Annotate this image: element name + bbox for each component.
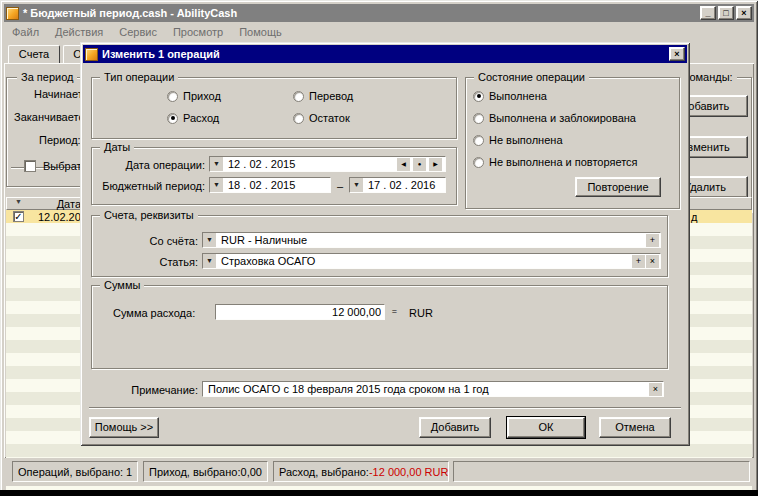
- operation-state-label: Состояние операции: [474, 71, 589, 83]
- radio-icon: [293, 113, 304, 124]
- check-icon: ✓: [14, 211, 22, 222]
- dropdown-icon[interactable]: ▼: [350, 178, 363, 192]
- menubar: Файл Действия Сервис Просмотр Помощь: [4, 23, 754, 41]
- note-value: Полис ОСАГО с 18 февраля 2015 года сроко…: [208, 383, 649, 395]
- accounts-group-label: Счета, реквизиты: [100, 209, 198, 221]
- clear-article-icon[interactable]: ×: [646, 255, 659, 268]
- menu-file[interactable]: Файл: [4, 26, 47, 38]
- budget-period-from-value: 18 . 02 . 2015: [228, 179, 330, 191]
- select-checkbox[interactable]: [24, 160, 36, 172]
- add-account-icon[interactable]: +: [646, 234, 659, 247]
- prev-day-icon[interactable]: ◀: [397, 158, 410, 171]
- ok-button[interactable]: ОК: [507, 417, 585, 438]
- status-empty-panel: [453, 461, 750, 482]
- period-group-label: За период: [17, 71, 77, 83]
- from-account-field[interactable]: ▼ RUR - Наличные +: [202, 232, 661, 248]
- radio-balance[interactable]: Остаток: [293, 111, 350, 125]
- amount-value: 12 000,00: [221, 306, 381, 318]
- budget-period-from-field[interactable]: ▼ 18 . 02 . 2015: [209, 177, 331, 193]
- dropdown-icon[interactable]: ▼: [210, 157, 223, 171]
- dates-group-label: Даты: [100, 141, 134, 153]
- article-field[interactable]: ▼ Страховка ОСАГО + ×: [202, 253, 661, 269]
- menu-service[interactable]: Сервис: [111, 26, 165, 38]
- add-article-icon[interactable]: +: [632, 255, 645, 268]
- statusbar: Операций, выбрано: 1 Приход, выбрано: 0,…: [4, 458, 754, 486]
- note-field[interactable]: Полис ОСАГО с 18 февраля 2015 года сроко…: [202, 381, 664, 397]
- dialog-add-button[interactable]: Добавить: [419, 417, 491, 438]
- radio-icon: [293, 91, 304, 102]
- edit-operation-dialog: Изменить 1 операций × Тип операции Прихо…: [80, 42, 690, 446]
- tab-accounts[interactable]: Счета: [8, 45, 60, 64]
- row-checkbox[interactable]: ✓: [13, 211, 24, 222]
- menu-view[interactable]: Просмотр: [165, 26, 231, 38]
- sums-group-label: Суммы: [100, 279, 144, 291]
- row-text-fragment: д: [691, 211, 697, 223]
- radio-transfer-label: Перевод: [309, 90, 353, 102]
- from-account-label: Со счёта:: [91, 235, 198, 247]
- dialog-icon: [85, 48, 98, 61]
- radio-icon: [167, 113, 178, 124]
- operation-type-group: Тип операции: [91, 77, 457, 139]
- maximize-button[interactable]: □: [718, 6, 734, 20]
- amount-field[interactable]: 12 000,00: [215, 304, 385, 320]
- note-label: Примечание:: [91, 384, 198, 396]
- from-account-value: RUR - Наличные: [221, 234, 646, 246]
- operation-date-field[interactable]: ▼ 12 . 02 . 2015 ◀ ● ▶: [209, 156, 446, 172]
- budget-period-to-value: 17 . 02 . 2016: [368, 179, 445, 191]
- radio-done[interactable]: Выполнена: [473, 89, 547, 103]
- radio-not-done[interactable]: Не выполнена: [473, 133, 563, 147]
- radio-transfer[interactable]: Перевод: [293, 89, 353, 103]
- equals-icon[interactable]: =: [388, 305, 401, 318]
- dialog-close-icon[interactable]: ×: [669, 47, 685, 61]
- radio-not-done-repeats[interactable]: Не выполнена и повторяется: [473, 155, 638, 169]
- sort-desc-icon: ▼: [15, 198, 22, 205]
- repeat-button[interactable]: Повторение: [575, 177, 661, 197]
- radio-done-locked[interactable]: Выполнена и заблокирована: [473, 111, 636, 125]
- radio-not-done-repeats-label: Не выполнена и повторяется: [489, 156, 638, 168]
- status-operations: Операций, выбрано: 1: [12, 461, 138, 482]
- dropdown-icon[interactable]: ▼: [210, 178, 223, 192]
- operation-date-value: 12 . 02 . 2015: [228, 158, 397, 170]
- cancel-button[interactable]: Отмена: [599, 417, 671, 438]
- help-button[interactable]: Помощь >>: [89, 417, 159, 438]
- next-day-icon[interactable]: ▶: [429, 158, 442, 171]
- main-window: * Бюджетный период.cash - AbilityCash _ …: [0, 0, 758, 496]
- status-expense-value: -12 000,00 RUR: [369, 466, 449, 478]
- radio-icon: [473, 135, 484, 146]
- radio-expense-label: Расход: [183, 112, 219, 124]
- dialog-controls: ×: [669, 47, 685, 61]
- status-income-label: Приход, выбрано:: [149, 466, 241, 478]
- status-operations-value: 1: [126, 466, 132, 478]
- radio-done-locked-label: Выполнена и заблокирована: [489, 112, 636, 124]
- radio-expense[interactable]: Расход: [167, 111, 219, 125]
- article-value: Страховка ОСАГО: [221, 255, 632, 267]
- select-checkbox-row[interactable]: Выбрать: [24, 160, 87, 172]
- dropdown-icon[interactable]: ▼: [203, 233, 216, 247]
- menu-actions[interactable]: Действия: [47, 26, 111, 38]
- radio-income[interactable]: Приход: [167, 89, 221, 103]
- currency-label: RUR: [409, 307, 433, 319]
- titlebar: * Бюджетный период.cash - AbilityCash _ …: [4, 4, 754, 22]
- period-separator: –: [337, 180, 343, 192]
- budget-period-to-field[interactable]: ▼ 17 . 02 . 2016: [349, 177, 446, 193]
- dialog-title: Изменить 1 операций: [102, 48, 220, 60]
- close-button[interactable]: ×: [736, 6, 752, 20]
- status-expense: Расход, выбрано: -12 000,00 RUR: [273, 461, 449, 482]
- radio-income-label: Приход: [183, 90, 221, 102]
- app-icon: [6, 7, 19, 20]
- amount-label: Сумма расхода:: [113, 307, 195, 319]
- window-title: * Бюджетный период.cash - AbilityCash: [23, 7, 237, 19]
- dropdown-icon[interactable]: ▼: [203, 254, 216, 268]
- clear-note-icon[interactable]: ×: [649, 383, 662, 396]
- radio-not-done-label: Не выполнена: [489, 134, 563, 146]
- radio-icon: [473, 157, 484, 168]
- today-icon[interactable]: ●: [413, 158, 426, 171]
- budget-period-label: Бюджетный период:: [91, 180, 205, 192]
- period-label: Период:: [39, 134, 81, 146]
- operation-type-label: Тип операции: [100, 71, 178, 83]
- date-column-header: Дата: [37, 198, 81, 210]
- minimize-button[interactable]: _: [700, 6, 716, 20]
- radio-icon: [473, 91, 484, 102]
- operation-date-label: Дата операции:: [91, 159, 205, 171]
- menu-help[interactable]: Помощь: [231, 26, 290, 38]
